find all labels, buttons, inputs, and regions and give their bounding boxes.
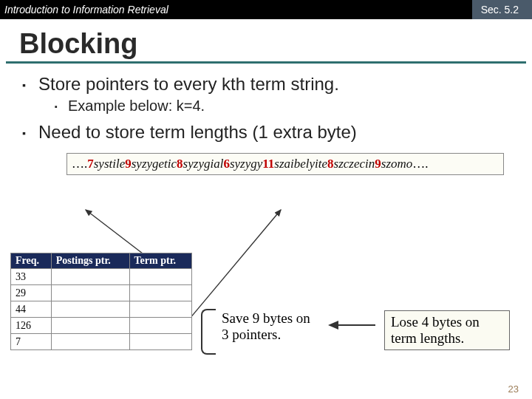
title-rule xyxy=(6,61,526,64)
table-row: 126 xyxy=(11,318,192,334)
term-string-box: ….7systile9syzygetic8syzygial6syzygy11sz… xyxy=(66,153,504,175)
bullet-1a: Example below: k=4. xyxy=(55,98,532,115)
col-freq: Freq. xyxy=(11,253,52,269)
bullet-1: Store pointers to every kth term string.… xyxy=(22,74,532,115)
dictionary-table: Freq. Postings ptr. Term ptr. 33 29 44 1… xyxy=(10,253,192,350)
bullet-2: Need to store term lengths (1 extra byte… xyxy=(22,122,532,143)
table-row: 7 xyxy=(11,334,192,350)
col-termptr: Term ptr. xyxy=(129,253,191,269)
note-save: Save 9 bytes on 3 pointers. xyxy=(222,310,318,343)
section-tag: Sec. 5.2 xyxy=(472,0,532,19)
table-row: 29 xyxy=(11,285,192,301)
bullet-list: Store pointers to every kth term string.… xyxy=(22,74,532,143)
course-title: Introduction to Information Retrieval xyxy=(4,4,168,16)
brace-icon xyxy=(201,309,216,355)
table-row: 33 xyxy=(11,269,192,285)
table-row: 44 xyxy=(11,301,192,318)
col-postings: Postings ptr. xyxy=(51,253,129,269)
top-bar: Introduction to Information Retrieval Se… xyxy=(0,0,532,19)
slide-title: Blocking xyxy=(19,28,532,60)
note-lose: Lose 4 bytes on term lengths. xyxy=(384,310,510,350)
slide-number: 23 xyxy=(508,383,519,395)
